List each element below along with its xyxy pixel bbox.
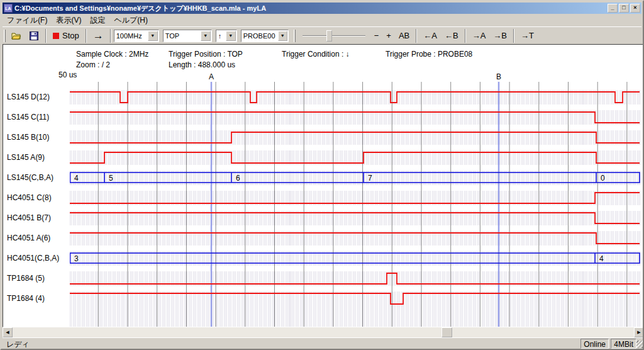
status-message: レディ bbox=[6, 339, 30, 350]
sample-clock-value: 100MHz bbox=[114, 32, 147, 40]
wave-trace bbox=[70, 92, 640, 103]
marker-label-B: B bbox=[496, 72, 501, 81]
menu-item-file[interactable]: ファイル(F) bbox=[3, 14, 52, 27]
channel-label: LS145 D(12) bbox=[7, 93, 70, 103]
app-icon: LA bbox=[4, 4, 13, 13]
app-window: LA C:¥Documents and Settings¥noname¥デスクト… bbox=[0, 0, 644, 350]
menu-bar: ファイル(F)表示(V)設定ヘルプ(H) bbox=[3, 14, 641, 26]
toolbar-separator bbox=[513, 29, 514, 43]
info-item: Trigger Position : TOP bbox=[169, 50, 243, 59]
horizontal-scrollbar[interactable]: ◀ ▶ bbox=[3, 327, 644, 337]
sample-clock-combo[interactable]: 100MHz ▼ bbox=[114, 30, 159, 42]
trigger-probe-combo[interactable]: PROBE00 ▼ bbox=[241, 30, 289, 42]
wave-trace bbox=[70, 233, 640, 244]
wave-trace bbox=[70, 132, 640, 143]
waveform-panel[interactable]: Sample Clock : 2MHzTrigger Position : TO… bbox=[3, 44, 644, 327]
trigger-edge-combo[interactable]: ↑ ▼ bbox=[216, 30, 237, 42]
zoom-slider[interactable] bbox=[303, 30, 365, 42]
menu-item-view[interactable]: 表示(V) bbox=[52, 14, 86, 27]
bus-value: 7 bbox=[368, 174, 372, 183]
channel-label: HC4051 B(7) bbox=[7, 213, 70, 223]
info-item: Zoom : / 2 bbox=[76, 60, 110, 69]
wave-trace bbox=[70, 112, 640, 123]
scrollbar-thumb[interactable] bbox=[441, 327, 452, 337]
status-bar: レディ Online 4MBit bbox=[3, 337, 644, 349]
channel-label: TP1684 (4) bbox=[7, 294, 70, 304]
slider-thumb[interactable] bbox=[326, 30, 332, 42]
save-file-button[interactable] bbox=[25, 28, 43, 43]
toolbar-grip bbox=[4, 30, 6, 42]
bus-value: 4 bbox=[74, 174, 79, 183]
channel-label: LS145(C,B,A) bbox=[7, 173, 70, 183]
zoom-out-button[interactable]: − bbox=[370, 28, 383, 43]
menu-item-help[interactable]: ヘルプ(H) bbox=[109, 14, 152, 27]
trigger-probe-value: PROBE00 bbox=[242, 32, 277, 40]
toolbar-separator bbox=[416, 29, 417, 43]
channel-label: HC4051 A(6) bbox=[7, 234, 70, 244]
channel-label: HC4051 C(8) bbox=[7, 193, 70, 203]
online-status-badge: Online bbox=[580, 339, 609, 349]
bus-value: 0 bbox=[601, 174, 605, 183]
goto-marker-a-button[interactable]: →A bbox=[469, 28, 490, 43]
bus-value: 4 bbox=[599, 254, 604, 263]
chevron-down-icon[interactable]: ▼ bbox=[148, 31, 158, 41]
channel-label: LS145 A(9) bbox=[7, 153, 70, 163]
maximize-button[interactable]: □ bbox=[619, 4, 629, 13]
info-item: Trigger Condition : ↓ bbox=[282, 50, 350, 59]
save-floppy-icon bbox=[29, 31, 39, 41]
channel-label: LS145 B(10) bbox=[7, 133, 70, 143]
channel-label: LS145 C(11) bbox=[7, 113, 70, 123]
resize-grip[interactable] bbox=[636, 341, 644, 348]
wave-trace bbox=[70, 193, 640, 203]
stop-label: Stop bbox=[62, 31, 79, 40]
stop-button[interactable]: Stop bbox=[49, 28, 83, 43]
open-folder-icon bbox=[11, 31, 21, 41]
open-file-button[interactable] bbox=[8, 28, 25, 43]
trigger-position-combo[interactable]: TOP ▼ bbox=[163, 30, 212, 42]
grid-major-lines bbox=[98, 82, 627, 327]
bus-value: 3 bbox=[74, 254, 79, 263]
toolbar-separator bbox=[45, 29, 47, 43]
close-button[interactable]: × bbox=[630, 4, 640, 13]
zoom-in-button[interactable]: + bbox=[382, 28, 395, 43]
title-bar[interactable]: LA C:¥Documents and Settings¥noname¥デスクト… bbox=[3, 3, 641, 14]
chevron-down-icon[interactable]: ▼ bbox=[278, 31, 287, 41]
bus-value: 5 bbox=[109, 174, 113, 183]
info-item: Length : 488.000 us bbox=[169, 60, 235, 69]
wave-trace bbox=[70, 213, 640, 223]
menu-item-settings[interactable]: 設定 bbox=[86, 14, 109, 27]
toolbar-separator bbox=[110, 29, 111, 43]
stop-icon bbox=[53, 33, 59, 39]
goto-trigger-button[interactable]: →T bbox=[517, 28, 538, 43]
minimize-button[interactable]: _ bbox=[608, 4, 618, 13]
toolbar: Stop → 100MHz ▼ TOP ▼ ↑ ▼ PROBE00 ▼ −+AB… bbox=[3, 26, 641, 44]
memory-size-badge: 4MBit bbox=[611, 339, 636, 349]
chevron-down-icon[interactable]: ▼ bbox=[226, 31, 236, 41]
marker-label-A: A bbox=[209, 72, 214, 81]
toolbar-grip bbox=[294, 30, 296, 42]
set-marker-b-button[interactable]: ←B bbox=[441, 28, 462, 43]
toolbar-separator bbox=[465, 29, 466, 43]
info-item: Sample Clock : 2MHz bbox=[76, 50, 148, 59]
scroll-right-icon[interactable]: ▶ bbox=[634, 327, 644, 337]
bus-value: 6 bbox=[236, 174, 240, 183]
channel-label: TP1684 (5) bbox=[7, 274, 70, 284]
trigger-position-value: TOP bbox=[164, 32, 200, 40]
window-title: C:¥Documents and Settings¥noname¥デスクトップ¥… bbox=[14, 4, 606, 13]
wave-trace bbox=[70, 273, 640, 284]
run-arrow-icon: → bbox=[93, 30, 104, 42]
bus-trace bbox=[70, 172, 640, 183]
wave-trace bbox=[70, 152, 640, 163]
toolbar-separator bbox=[86, 29, 87, 43]
slider-track bbox=[303, 35, 365, 37]
run-button[interactable]: → bbox=[89, 28, 108, 43]
goto-marker-b-button[interactable]: →B bbox=[489, 28, 511, 43]
ab-range-button[interactable]: AB bbox=[395, 28, 413, 43]
scroll-left-icon[interactable]: ◀ bbox=[3, 327, 13, 337]
chevron-down-icon[interactable]: ▼ bbox=[201, 31, 211, 41]
wave-trace bbox=[70, 293, 640, 304]
set-marker-a-button[interactable]: ←A bbox=[419, 28, 441, 43]
channel-label: HC4051(C,B,A) bbox=[7, 254, 70, 264]
waveform-svg[interactable]: 4567034 bbox=[70, 82, 641, 327]
timing-plot[interactable]: 4567034 bbox=[70, 82, 641, 327]
